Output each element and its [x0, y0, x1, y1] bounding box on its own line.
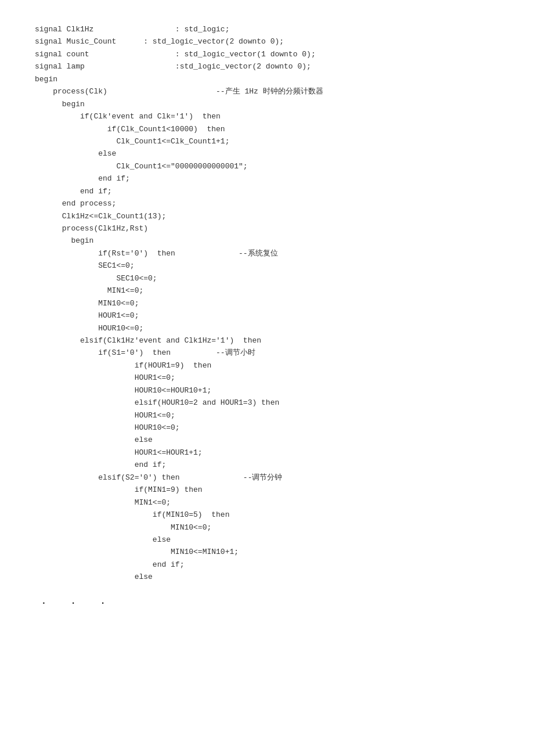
dot-2: . [70, 595, 77, 607]
dot-3: . [100, 595, 106, 607]
dot-1: . [41, 595, 47, 607]
continuation-dots: . . . [35, 584, 499, 607]
code-content: signal Clk1Hz : std_logic; signal Music_… [35, 23, 499, 584]
